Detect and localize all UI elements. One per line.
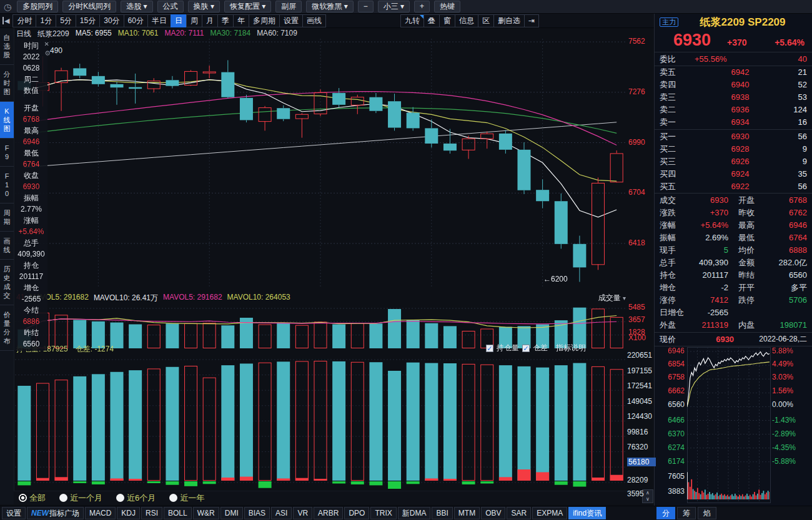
tool-叠[interactable]: 叠 (423, 14, 440, 27)
filter-option-全部[interactable]: 全部 (19, 493, 46, 504)
intraday-chart[interactable] (687, 347, 770, 502)
ob-level-label: 买五 (660, 180, 695, 193)
indicator-tab-ASI[interactable]: ASI (271, 507, 292, 519)
period-tab-年[interactable]: 年 (233, 14, 249, 27)
indicator-tab-新DMA[interactable]: 新DMA (398, 507, 431, 519)
indicator-tab-BBI[interactable]: BBI (432, 507, 452, 519)
sidebar-item-F10[interactable]: F10 (0, 167, 14, 204)
period-tab-5分[interactable]: 5分 (56, 14, 76, 27)
indicator-tab-BIAS[interactable]: BIAS (244, 507, 270, 519)
open-interest-chart[interactable] (15, 356, 626, 489)
indicator-tab-W&R[interactable]: W&R (193, 507, 219, 519)
period-tab-分时[interactable]: 分时 (12, 14, 36, 27)
period-tab-1分[interactable]: 1分 (36, 14, 56, 27)
ask-row[interactable]: 卖二6936124 (655, 104, 812, 116)
volume-indicator-dropdown[interactable]: 成交量 ▾ (576, 293, 626, 303)
indicator-tab-VR[interactable]: VR (293, 507, 312, 519)
period-tab-60分[interactable]: 60分 (124, 14, 148, 27)
menu-item[interactable]: 多股同列 (17, 1, 58, 12)
detail-label: 现手 (660, 244, 676, 257)
tool-窗[interactable]: 窗 (439, 14, 455, 27)
sidebar-item-价量分布[interactable]: 价量分布 (0, 305, 14, 351)
mini-tab-焰[interactable]: 焰 (698, 507, 716, 519)
ifind-news-tab[interactable]: ifind资讯 (568, 507, 606, 519)
delta-checkbox[interactable]: ✓ (522, 345, 530, 352)
clock-icon[interactable]: ◷ (4, 2, 11, 11)
menu-item[interactable]: 热键 (434, 1, 460, 12)
indicator-tab-DPO[interactable]: DPO (344, 507, 369, 519)
indicator-tab-KDJ[interactable]: KDJ (117, 507, 140, 519)
mini-tab-分[interactable]: 分 (656, 507, 675, 519)
oi-axis-label: 172541 (627, 381, 656, 390)
sidebar-item-周期[interactable]: 周期 (0, 204, 14, 232)
bid-row[interactable]: 买三69269 (655, 155, 812, 168)
period-tab-多周期[interactable]: 多周期 (249, 14, 280, 27)
indicator-tab-OBV[interactable]: OBV (481, 507, 505, 519)
sidebar-item-K线图[interactable]: K线图 (0, 102, 14, 139)
menu-item[interactable]: 选股 ▾ (121, 1, 152, 12)
tool-信息[interactable]: 信息 (455, 14, 478, 27)
sidebar-item-自选股[interactable]: 自选股 (0, 28, 14, 65)
indicator-tab-MACD[interactable]: MACD (85, 507, 116, 519)
ask-row[interactable]: 卖四694052 (655, 79, 812, 91)
kline-chart[interactable] (15, 39, 626, 287)
sidebar-item-F9[interactable]: F9 (0, 139, 14, 167)
ask-row[interactable]: 卖五694221 (655, 66, 812, 79)
indicator-help-link[interactable]: 指标说明 (556, 343, 586, 353)
indicator-tab-TRIX[interactable]: TRIX (370, 507, 396, 519)
tool-九转[interactable]: 九转 (400, 14, 424, 27)
sidebar-item-分时图[interactable]: 分时图 (0, 65, 14, 102)
tool-区[interactable]: 区 (478, 14, 494, 27)
period-tab-季[interactable]: 季 (217, 14, 234, 27)
filter-option-近一年[interactable]: 近一年 (169, 493, 204, 504)
main-contract-badge[interactable]: 主力 (660, 17, 678, 27)
menu-item[interactable]: − (358, 1, 374, 12)
menu-item[interactable]: 公式 (157, 1, 184, 12)
indicator-tab-BOLL[interactable]: BOLL (164, 507, 192, 519)
collapse-left-icon[interactable]: ◀ (2, 17, 9, 24)
sidebar-item-历史成交[interactable]: 历史成交 (0, 260, 14, 305)
filter-option-近一个月[interactable]: 近一个月 (59, 493, 102, 504)
menu-item[interactable]: + (414, 1, 430, 12)
close-icon[interactable]: ✕ (44, 41, 49, 47)
tool-⇥[interactable]: ⇥ (524, 14, 539, 27)
menu-item[interactable]: 小三 ▾ (378, 1, 410, 12)
bid-row[interactable]: 买五692256 (655, 180, 812, 193)
menu-item[interactable]: 恢复配置 ▾ (224, 1, 271, 12)
period-tab-半日[interactable]: 半日 (147, 14, 171, 27)
period-tab-画线[interactable]: 画线 (302, 14, 326, 27)
volume-chart[interactable] (15, 305, 626, 348)
oi-checkbox[interactable]: ✓ (486, 345, 493, 352)
bid-row[interactable]: 买一693056 (655, 130, 812, 143)
gear-icon[interactable]: ⚙ (44, 49, 51, 57)
indicator-tab-EXPMA[interactable]: EXPMA (532, 507, 567, 519)
ask-row[interactable]: 卖三693853 (655, 91, 812, 104)
period-tab-日[interactable]: 日 (171, 14, 187, 27)
ask-row[interactable]: 卖一693416 (655, 116, 812, 129)
data-panel-row: 6560 (15, 338, 47, 350)
menu-item[interactable]: 换肤 ▾ (188, 1, 220, 12)
bid-row[interactable]: 买二69289 (655, 143, 812, 155)
filter-option-近6个月[interactable]: 近6个月 (116, 493, 156, 504)
menu-item[interactable]: 微软雅黑 ▾ (306, 1, 353, 12)
period-tab-30分[interactable]: 30分 (99, 14, 124, 27)
period-tab-15分[interactable]: 15分 (76, 14, 100, 27)
indicator-plaza-tab[interactable]: NEW指标广场 (27, 507, 84, 519)
tool-删自选[interactable]: 删自选 (493, 14, 525, 27)
indicator-tab-ARBR[interactable]: ARBR (314, 507, 343, 519)
indicator-tab-RSI[interactable]: RSI (141, 507, 162, 519)
indicator-tab-DMI[interactable]: DMI (220, 507, 243, 519)
period-tab-月[interactable]: 月 (202, 14, 218, 27)
indicator-tab-MTM[interactable]: MTM (454, 507, 480, 519)
indicator-tab-SAR[interactable]: SAR (507, 507, 531, 519)
ob-qty: 9 (786, 155, 807, 168)
period-tab-设置[interactable]: 设置 (279, 14, 303, 27)
mini-tab-筹[interactable]: 筹 (677, 507, 696, 519)
bid-row[interactable]: 买四692435 (655, 168, 812, 180)
menu-item[interactable]: 副屏 (275, 1, 302, 12)
period-tab-周[interactable]: 周 (186, 14, 202, 27)
oi-axis-label: 3595 (627, 489, 656, 498)
indicator-settings-button[interactable]: 设置 (2, 507, 26, 519)
sidebar-item-画线[interactable]: 画线 (0, 232, 14, 260)
menu-item[interactable]: 分时K线同列 (62, 1, 116, 12)
